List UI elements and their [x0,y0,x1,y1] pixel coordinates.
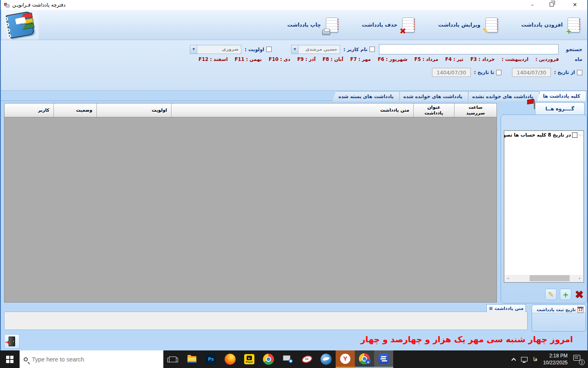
list-icon: ≡ [489,305,493,311]
print-note-button[interactable]: چاپ یادداشت [287,18,338,32]
priority-checkbox[interactable] [266,47,272,52]
taskbar-search-box[interactable] [20,350,163,368]
month-mordad[interactable]: مرداد : F5 [414,56,439,62]
minimize-button[interactable]: – [528,0,537,10]
group-item-checkbox[interactable] [572,132,577,138]
month-mehr[interactable]: مهر : F7 [350,56,371,62]
groups-title-tab[interactable]: گــــروه هــا [535,102,585,115]
column-header-priority[interactable]: اولویت [96,103,171,117]
tree-horizontal-scrollbar[interactable]: ‹ › [505,275,583,282]
chevron-down-icon[interactable]: ▼ [190,45,197,54]
clock[interactable]: 2:18 PM 10/22/2025 [543,352,568,366]
column-header-status[interactable]: وضعیت [53,103,96,117]
column-header-user[interactable]: کاربر [4,103,53,117]
scroll-left-arrow[interactable]: ‹ [505,275,512,282]
main-toolbar: ＋ افزودن یادداشت ✎ ویرایش یادداشت ✖ حذف … [1,10,587,40]
media-player-button[interactable]: ▶ Player [240,350,259,368]
firefox-button[interactable] [220,350,240,368]
priority-combobox[interactable]: ضروری ▼ [190,45,241,54]
add-note-button[interactable]: ＋ افزودن یادداشت [521,18,580,32]
edit-note-button[interactable]: ✎ ویرایش یادداشت [438,18,497,32]
task-view-button[interactable] [163,350,182,368]
file-explorer-button[interactable] [182,350,201,368]
note-text-groupbox-label: متن یادداشت ≡ [486,304,526,312]
to-date-checkbox[interactable] [496,70,501,75]
app-logo-panel [1,10,39,40]
app-window-icon [4,2,10,8]
month-dey[interactable]: دی : F10 [269,56,290,62]
tray-date: 10/22/2025 [543,359,568,366]
username-checkbox[interactable] [370,47,375,52]
network-search-icon [283,355,293,363]
network-status-icon[interactable] [521,357,528,361]
note-text-area[interactable] [4,312,528,330]
month-farvardin[interactable]: فروردین : [535,56,559,62]
restore-button[interactable] [550,0,558,10]
month-aban[interactable]: آبان : F8 [323,56,343,62]
column-header-note-title[interactable]: عنوان یادداشت [413,103,454,117]
notebook-app-taskbar-button[interactable] [374,350,393,368]
search-input[interactable] [379,44,559,54]
scrollbar-thumb[interactable] [530,275,570,281]
priority-value: ضروری [220,47,241,52]
chrome-profile-button[interactable]: ▲ [355,350,374,368]
taskbar-search-input[interactable] [32,356,159,363]
to-date-label: تا تاریخ : [474,70,494,75]
search-icon [24,357,28,361]
messenger-button[interactable] [316,350,336,368]
column-header-note-text[interactable]: متن یادداشت [171,103,413,117]
scroll-right-arrow[interactable]: › [576,275,583,282]
chrome-button[interactable] [259,350,278,368]
username-value: حسین مرشدی [303,47,340,52]
exit-button[interactable]: ➜ [4,334,20,349]
notification-center-button[interactable]: 1 [573,354,584,365]
month-tir[interactable]: تیر : F4 [445,56,463,62]
edit-group-button[interactable]: ✎ [545,289,557,300]
language-indicator[interactable]: فا [533,356,537,362]
column-header-due-time[interactable]: ساعت سررسید [454,103,497,117]
delete-group-button[interactable]: ✖ [575,289,584,300]
tree-connector [579,135,583,135]
tray-time: 2:18 PM [543,352,568,359]
delete-note-icon: ✖ [402,18,414,32]
search-panel: جستجو نام کاربر : حسین مرشدی ▼ اولویت : … [1,40,587,91]
windows-logo-icon [6,356,13,363]
network-search-button[interactable] [278,350,297,368]
start-button[interactable] [0,350,20,368]
chevron-down-icon[interactable]: ▼ [292,45,298,54]
month-ordibehesht[interactable]: اردیبهشت : [502,56,529,62]
group-action-buttons: ✖ ＋ ✎ [545,289,584,300]
folder-icon [187,356,196,363]
tab-closed-notes[interactable]: یادداشت های بسته شده [332,91,400,101]
username-combobox[interactable]: حسین مرشدی ▼ [291,45,340,54]
tray-chevron-up-icon[interactable] [511,358,516,362]
note-date-groupbox: 12 تاریخ ثبت یادداشت [532,305,586,332]
add-group-button[interactable]: ＋ [560,289,571,300]
snipping-tool-button[interactable]: ✂ [297,350,316,368]
scissors-icon: ✂ [301,354,313,364]
tab-all-notes[interactable]: کلیه یادداشت ها [537,91,586,101]
delete-note-button[interactable]: ✖ حذف یادداشت [362,18,414,32]
to-date-field[interactable]: 1404/07/30 [432,68,471,77]
month-bahman[interactable]: بهمن : F11 [235,56,262,62]
photoshop-icon: Ps [206,354,216,364]
tab-read-notes[interactable]: یادداشت های خوانده شده [397,91,469,101]
close-button[interactable]: ✕ [571,0,579,10]
desktop-screen: دفترچه یادداشت فـرانویـن – ✕ ＋ افزودن یا… [0,0,588,368]
group-tree-item[interactable]: در تاریخ 8 کلیه حساب ها تصو [504,131,584,138]
group-item-label: در تاریخ 8 کلیه حساب ها تصو [504,132,571,138]
notes-tabstrip: کلیه یادداشت ها یادداشت های خوانده نشده … [1,91,586,101]
from-date-checkbox[interactable] [577,70,582,75]
from-date-field[interactable]: 1404/07/30 [512,68,551,77]
groups-treeview[interactable]: در تاریخ 8 کلیه حساب ها تصو ‹ › [504,130,584,283]
month-shahrivar[interactable]: شهریور : F6 [378,56,408,62]
month-khordad[interactable]: خرداد : F3 [470,56,495,62]
photoshop-button[interactable]: Ps [201,350,220,368]
scrollbar-track[interactable] [512,275,576,282]
yandex-browser-button[interactable]: Y [336,350,355,368]
grid-body-empty[interactable] [4,117,497,302]
month-azar[interactable]: آذر : F9 [297,56,316,62]
flag-icon [530,99,539,110]
window-title: دفترچه یادداشت فـرانویـن [12,2,65,8]
month-esfand[interactable]: اسفند : F12 [198,56,227,62]
